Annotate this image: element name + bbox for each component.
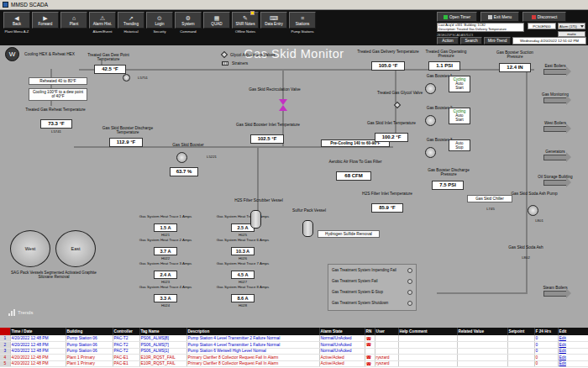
cell-controller: PAC-E1 [113,360,139,367]
back-button[interactable]: ◀ Back [3,12,30,29]
cell-tag: PS06_ALMS[1] [139,348,186,355]
dest-generators[interactable]: Generators [531,150,580,160]
heat-trace-tag: H027 [205,280,281,284]
alarm-hist-button[interactable]: ⚠ Alarm Hist. [89,12,116,29]
edit-link[interactable]: Edit [559,355,566,360]
mini-trend-label: Mini-Trend [488,39,507,43]
login-button[interactable]: ⊙ Login [146,12,173,29]
status-indicator-icon [407,290,412,295]
plant-button[interactable]: ⌂ Plant [60,12,87,29]
gas-booster-1-pump-icon[interactable] [425,83,436,94]
system-button[interactable]: ⚙ System [175,12,202,29]
header-related[interactable]: Related Value [457,328,507,335]
header-rn[interactable]: RN [365,328,375,335]
header-f24[interactable]: F 24 Hrs [534,328,558,335]
alarm-icon: ⚠ [100,15,105,21]
stations-button[interactable]: ≡ Stations [289,12,316,29]
chiller-label[interactable]: Gas Skid Chiller [467,195,512,202]
booster-inlet-temp-value[interactable]: 102.5 °F [250,134,284,144]
cell-help [398,355,457,361]
edit-link[interactable]: Edit [559,361,566,365]
dest-oil-storage[interactable]: Oil Storage Building [531,175,580,186]
inlet-temp-value[interactable]: 100.2 °F [375,133,408,142]
header-building[interactable]: Building [66,328,113,335]
reheat-temp-value[interactable]: 73.3 °F [40,119,72,129]
keyboard-icon: ⌨ [270,15,278,21]
booster-discharge-temp-value[interactable]: 112.9 °F [109,138,143,147]
header-setpoint[interactable]: Setpoint [507,328,534,335]
header-edit[interactable]: Edit [558,328,588,335]
discharge-pressure-value[interactable]: 7.5 PSI [432,181,464,190]
heat-trace-value[interactable]: 1.5 A [154,223,177,232]
h2s-inlet-temp-value[interactable]: 85.9 °F [371,203,403,213]
table-row[interactable]: 3 4/20/2022 12:48 PM Pump Station 06 PAC… [0,348,588,355]
table-row[interactable]: 4 4/20/2022 12:48 PM Plant 1 Primary PAC… [0,355,588,361]
skid-booster-pump-icon[interactable] [176,152,187,163]
open-timer-button[interactable]: Open Timer [437,12,477,22]
disconnect-button[interactable]: Disconnect [522,12,566,22]
snr-notes-button[interactable]: ✎ SNR Notes [232,12,259,29]
header-time[interactable]: Time / Date [10,328,66,335]
alarm-filter-dropdown[interactable]: Alarm (175) [558,23,585,29]
table-row[interactable]: 5 4/20/2022 12:48 PM Plant 1 Primary PAC… [0,360,588,367]
heat-trace-value[interactable]: 4.5 A [231,271,255,279]
heat-trace-value[interactable]: 8.6 A [231,294,255,302]
hex-vessel-icon[interactable] [123,74,130,81]
dest-steam-boilers[interactable]: Steam Boilers [531,286,580,297]
status-line: Start [449,118,470,122]
heat-trace-value[interactable]: 2.4 A [154,271,177,279]
gas-booster-2-status[interactable]: Cycling Auto Start [449,108,470,124]
aerobic-air-value[interactable]: 68 CFM [336,171,371,181]
data-entry-button[interactable]: ⌨ Data Entry [260,12,287,29]
gas-booster-3-pump-icon[interactable] [425,147,436,158]
heat-trace-value[interactable]: 3.7 A [154,247,177,255]
sag-tank-west[interactable]: West [10,230,50,267]
sag-tank-east[interactable]: East [55,230,96,267]
mini-trend-button[interactable]: Mini-Trend [484,37,511,45]
gas-booster-3-status[interactable]: Auto Stop [449,139,470,151]
edit-link[interactable]: Edit [559,349,566,353]
sulfur-pack-vessel-icon[interactable] [302,220,313,237]
gas-booster-1-status[interactable]: Cycling Auto Start [449,76,470,92]
header-description[interactable]: Description [186,328,319,335]
delivery-temp-value[interactable]: 105.0 °F [371,61,405,71]
group-label-security: Security [145,30,174,40]
search-button[interactable]: Search [460,37,482,45]
dest-west-boilers[interactable]: West Boilers [531,121,580,132]
forward-button[interactable]: ▶ Forward [32,12,59,29]
edit-link[interactable]: Edit [559,336,566,340]
quad-button[interactable]: ▦ QUAD [203,12,230,29]
group-label-pump-stations: Pump Stations [288,30,317,40]
header-help[interactable]: Help Comment [398,328,457,335]
header-tag[interactable]: Tag Name [139,328,186,335]
heat-trace-value[interactable]: 10.3 A [231,247,255,255]
toolbar-col-plant: ⌂ Plant [60,12,87,40]
h2s-scrubber-vessel-icon[interactable] [250,210,261,229]
cell-rn: ☎ [365,335,375,342]
trending-button[interactable]: ↗ Trending [118,12,144,29]
trend-icon: ↗ [129,15,134,21]
gas-booster-2-pump-icon[interactable] [425,115,436,126]
soda-ash-pump-icon[interactable] [528,205,538,216]
skid-booster-speed-value[interactable]: 63.7 % [170,167,198,176]
recirc-valve-icon[interactable] [279,99,287,105]
recirc-valve-icon[interactable] [279,105,287,111]
dest-gas-monitoring[interactable]: Gas Monitoring [531,92,580,103]
edit-link[interactable]: Edit [559,343,566,347]
dest-east-boilers[interactable]: East Boilers [531,64,580,75]
treatment-row: Gas Treatment System Impending Fail [328,265,416,276]
header-controller[interactable]: Controller [113,328,139,335]
table-row[interactable]: 2 4/20/2022 12:48 PM Pump Station 06 PAC… [0,342,588,349]
operating-pressure-value[interactable]: 1.1 PSI [428,61,460,71]
action-button[interactable]: Action [437,37,459,45]
table-row[interactable]: 1 4/20/2022 12:48 PM Pump Station 06 PAC… [0,335,588,342]
header-user[interactable]: User [375,328,398,335]
phone-icon: ☎ [366,355,372,360]
dew-point-value[interactable]: 42.5 °F [94,65,126,74]
exit-menu-button[interactable]: Exit Menu [480,12,519,22]
suction-pressure-value[interactable]: 12.4 IN [499,63,531,72]
trends-button[interactable]: Trends [8,309,33,316]
dest-label: East Boilers [531,64,580,68]
header-alarm-state[interactable]: Alarm State [319,328,365,335]
heat-trace-value[interactable]: 3.3 A [154,294,177,302]
